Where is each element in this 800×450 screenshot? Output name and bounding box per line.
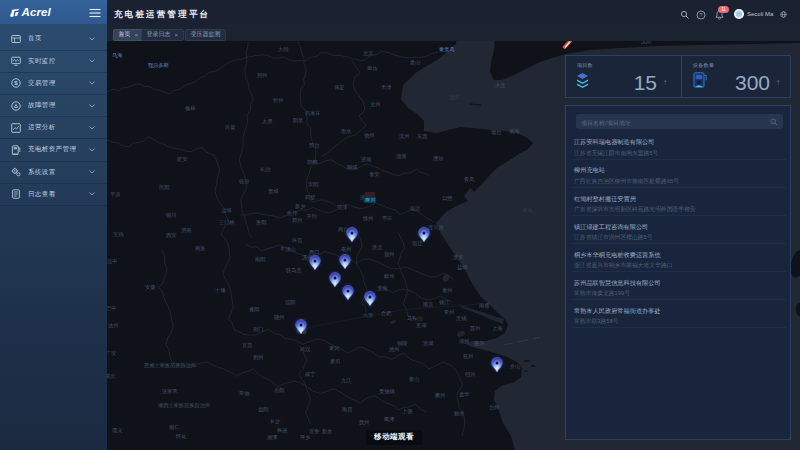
svg-text:秦皇岛: 秦皇岛 [439, 46, 455, 52]
svg-text:黄海: 黄海 [522, 207, 532, 214]
svg-text:济南: 济南 [361, 156, 371, 163]
svg-text:上饶: 上饶 [402, 408, 413, 415]
svg-text:泰安: 泰安 [369, 171, 379, 178]
svg-text:铜川: 铜川 [166, 212, 176, 218]
svg-text:怀化: 怀化 [175, 433, 186, 440]
svg-text:邯郸: 邯郸 [306, 159, 317, 165]
svg-text:淄博: 淄博 [396, 153, 406, 160]
svg-text:平顶山: 平顶山 [280, 246, 296, 252]
svg-text:长沙: 长沙 [270, 418, 281, 425]
svg-text:鹤壁: 鹤壁 [305, 194, 315, 201]
svg-text:岳阳: 岳阳 [274, 387, 284, 394]
svg-text:汉中: 汉中 [107, 258, 117, 265]
svg-text:宿州: 宿州 [384, 251, 394, 258]
svg-text:广安: 广安 [107, 350, 116, 356]
svg-text:唐山: 唐山 [410, 59, 420, 66]
svg-text:台州: 台州 [489, 404, 499, 411]
svg-text:宝鸡: 宝鸡 [113, 231, 123, 237]
svg-text:信阳: 信阳 [285, 299, 295, 306]
svg-text:忻州: 忻州 [272, 97, 283, 103]
svg-text:天津: 天津 [381, 84, 392, 91]
svg-text:大同: 大同 [278, 46, 288, 52]
svg-text:$: $ [14, 81, 18, 87]
svg-text:?: ? [699, 12, 703, 18]
svg-text:阳泉: 阳泉 [293, 117, 303, 124]
svg-text:德州: 德州 [364, 132, 374, 139]
svg-text:平凉: 平凉 [110, 191, 120, 197]
svg-text:杭州: 杭州 [462, 353, 473, 360]
svg-text:宜春: 宜春 [309, 428, 319, 435]
svg-text:安阳: 安阳 [308, 181, 318, 188]
svg-text:池州: 池州 [389, 346, 399, 353]
svg-text:石家庄: 石家庄 [305, 110, 321, 116]
svg-text:镇江: 镇江 [439, 299, 449, 306]
svg-text:北京: 北京 [362, 50, 373, 57]
svg-text:合肥: 合肥 [381, 310, 392, 317]
svg-text:聊城: 聊城 [347, 164, 357, 170]
svg-text:芜湖: 芜湖 [416, 322, 426, 329]
svg-text:宜昌: 宜昌 [242, 342, 252, 348]
svg-text:淮安: 淮安 [453, 254, 463, 261]
svg-text:重庆: 重庆 [107, 373, 115, 379]
svg-text:无锡: 无锡 [456, 315, 466, 322]
svg-text:铜陵: 铜陵 [397, 340, 407, 346]
svg-text:开封: 开封 [307, 213, 318, 219]
svg-text:三门峡: 三门峡 [219, 219, 235, 225]
svg-text:抚州: 抚州 [358, 419, 369, 425]
svg-text:淮南: 淮南 [377, 285, 387, 292]
svg-text:益阳: 益阳 [258, 406, 268, 413]
svg-text:湖州: 湖州 [459, 338, 469, 344]
svg-text:张家界: 张家界 [162, 388, 178, 395]
svg-text:南昌: 南昌 [342, 406, 352, 412]
svg-text:乌海: 乌海 [112, 52, 122, 59]
svg-text:南通: 南通 [479, 302, 489, 308]
svg-text:连云港: 连云港 [427, 224, 444, 231]
svg-text:吕梁: 吕梁 [225, 124, 235, 130]
svg-text:湘西土家族苗族自治州: 湘西土家族苗族自治州 [158, 402, 210, 409]
svg-text:西安: 西安 [166, 232, 176, 238]
svg-text:驻马店: 驻马店 [286, 267, 302, 274]
svg-text:徐州: 徐州 [362, 215, 373, 222]
svg-text:巴中: 巴中 [107, 305, 116, 311]
svg-text:安康: 安康 [145, 284, 155, 291]
svg-text:沧州: 沧州 [370, 101, 380, 108]
svg-text:运城: 运城 [221, 207, 231, 213]
svg-text:萍乡: 萍乡 [300, 434, 310, 440]
svg-text:大连: 大连 [495, 82, 505, 89]
svg-text:潍坊: 潍坊 [433, 155, 444, 162]
svg-text:新余: 新余 [322, 428, 332, 434]
svg-text:太原: 太原 [262, 118, 273, 124]
svg-text:黄冈: 黄冈 [329, 345, 339, 352]
svg-text:鄂尔多斯: 鄂尔多斯 [148, 62, 170, 69]
svg-text:鹰潭: 鹰潭 [384, 416, 394, 423]
svg-text:湘潭: 湘潭 [267, 434, 277, 441]
svg-text:绍兴: 绍兴 [465, 371, 475, 377]
svg-text:长治: 长治 [260, 166, 271, 173]
svg-text:达州: 达州 [108, 322, 118, 328]
svg-text:淮北: 淮北 [372, 244, 383, 251]
svg-text:庆阳: 庆阳 [158, 184, 169, 191]
svg-text:金华: 金华 [459, 391, 469, 397]
svg-text:日照: 日照 [442, 195, 452, 201]
svg-text:襄阳: 襄阳 [249, 306, 259, 313]
svg-text:商洛: 商洛 [195, 245, 205, 252]
svg-text:六安: 六安 [363, 312, 373, 318]
svg-text:青岛: 青岛 [464, 176, 474, 182]
svg-text:嘉兴: 嘉兴 [474, 340, 484, 347]
svg-text:铜仁: 铜仁 [169, 424, 180, 430]
svg-text:苏州: 苏州 [470, 325, 480, 331]
svg-text:焦作: 焦作 [287, 210, 298, 216]
svg-text:上海: 上海 [492, 325, 502, 332]
svg-text:盐城: 盐城 [457, 264, 467, 271]
svg-text:枣庄: 枣庄 [382, 215, 392, 221]
svg-text:荆州: 荆州 [253, 354, 263, 360]
svg-text:保定: 保定 [334, 84, 344, 91]
svg-text:常州: 常州 [444, 309, 454, 315]
svg-text:临汾: 临汾 [239, 178, 250, 185]
svg-text:九江: 九江 [341, 377, 351, 384]
svg-text:东营: 东营 [417, 133, 427, 140]
svg-text:恩施土家族苗族自治州: 恩施土家族苗族自治州 [143, 362, 196, 369]
svg-text:泰州: 泰州 [442, 287, 452, 294]
svg-text:周口: 周口 [309, 249, 319, 256]
svg-text:菏泽: 菏泽 [337, 204, 347, 211]
